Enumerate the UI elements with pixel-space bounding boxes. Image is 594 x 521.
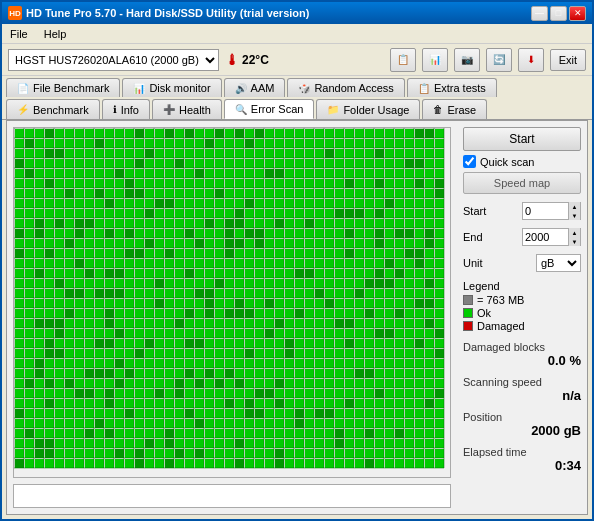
quick-scan-row: Quick scan bbox=[463, 155, 581, 168]
tabs-row-1: 📄 File Benchmark 📊 Disk monitor 🔊 AAM 🎲 … bbox=[2, 76, 592, 97]
tab-folder-usage[interactable]: 📁 Folder Usage bbox=[316, 99, 420, 119]
menu-file[interactable]: File bbox=[6, 27, 32, 41]
start-label: Start bbox=[463, 205, 493, 217]
disk-monitor-icon: 📊 bbox=[133, 83, 145, 94]
title-bar-buttons: — □ ✕ bbox=[531, 6, 586, 21]
grid-container bbox=[13, 127, 451, 478]
tab-benchmark[interactable]: ⚡ Benchmark bbox=[6, 99, 100, 119]
tab-aam[interactable]: 🔊 AAM bbox=[224, 78, 286, 97]
toolbar-btn-2[interactable]: 📊 bbox=[422, 48, 448, 72]
scanning-speed-label: Scanning speed bbox=[463, 376, 581, 388]
health-icon: ➕ bbox=[163, 104, 175, 115]
damaged-blocks-value: 0.0 % bbox=[463, 353, 581, 368]
toolbar: HGST HUS726020ALA610 (2000 gB) 🌡 22°C 📋 … bbox=[2, 44, 592, 76]
close-button[interactable]: ✕ bbox=[569, 6, 586, 21]
tab-erase[interactable]: 🗑 Erase bbox=[422, 99, 487, 119]
legend-item-size: = 763 MB bbox=[463, 294, 581, 306]
main-window: HD HD Tune Pro 5.70 - Hard Disk/SSD Util… bbox=[0, 0, 594, 521]
unit-field-row: Unit gB MB bbox=[463, 254, 581, 272]
maximize-button[interactable]: □ bbox=[550, 6, 567, 21]
quick-scan-checkbox[interactable] bbox=[463, 155, 476, 168]
end-field-row: End ▲ ▼ bbox=[463, 228, 581, 246]
start-spin-down[interactable]: ▼ bbox=[568, 211, 580, 220]
legend-box-green bbox=[463, 308, 473, 318]
legend-text-damaged: Damaged bbox=[477, 320, 525, 332]
start-spinners: ▲ ▼ bbox=[568, 202, 580, 220]
scan-area bbox=[7, 121, 457, 514]
drive-selector[interactable]: HGST HUS726020ALA610 (2000 gB) bbox=[8, 49, 219, 71]
elapsed-time-section: Elapsed time 0:34 bbox=[463, 446, 581, 473]
folder-usage-icon: 📁 bbox=[327, 104, 339, 115]
main-content: Start Quick scan Speed map Start ▲ ▼ bbox=[6, 120, 588, 515]
end-spinners: ▲ ▼ bbox=[568, 228, 580, 246]
erase-icon: 🗑 bbox=[433, 104, 443, 115]
legend-item-ok: Ok bbox=[463, 307, 581, 319]
damaged-blocks-section: Damaged blocks 0.0 % bbox=[463, 341, 581, 368]
scanning-speed-value: n/a bbox=[463, 388, 581, 403]
quick-scan-label: Quick scan bbox=[480, 156, 534, 168]
title-bar: HD HD Tune Pro 5.70 - Hard Disk/SSD Util… bbox=[2, 2, 592, 24]
legend-text-size: = 763 MB bbox=[477, 294, 524, 306]
minimize-button[interactable]: — bbox=[531, 6, 548, 21]
legend-text-ok: Ok bbox=[477, 307, 491, 319]
tab-file-benchmark[interactable]: 📄 File Benchmark bbox=[6, 78, 120, 97]
error-scan-icon: 🔍 bbox=[235, 104, 247, 115]
tab-info[interactable]: ℹ Info bbox=[102, 99, 150, 119]
legend-title: Legend bbox=[463, 280, 581, 292]
toolbar-btn-4[interactable]: 🔄 bbox=[486, 48, 512, 72]
start-spin-up[interactable]: ▲ bbox=[568, 202, 580, 211]
random-access-icon: 🎲 bbox=[298, 83, 310, 94]
tab-random-access[interactable]: 🎲 Random Access bbox=[287, 78, 404, 97]
aam-icon: 🔊 bbox=[235, 83, 247, 94]
toolbar-btn-3[interactable]: 📷 bbox=[454, 48, 480, 72]
status-bar bbox=[13, 484, 451, 508]
end-label: End bbox=[463, 231, 493, 243]
end-input[interactable] bbox=[523, 229, 568, 245]
tab-error-scan[interactable]: 🔍 Error Scan bbox=[224, 99, 315, 119]
menu-help[interactable]: Help bbox=[40, 27, 71, 41]
legend-box-red bbox=[463, 321, 473, 331]
tab-extra-tests[interactable]: 📋 Extra tests bbox=[407, 78, 497, 97]
position-label: Position bbox=[463, 411, 581, 423]
unit-selector[interactable]: gB MB bbox=[536, 254, 581, 272]
title-bar-left: HD HD Tune Pro 5.70 - Hard Disk/SSD Util… bbox=[8, 6, 309, 20]
toolbar-btn-5[interactable]: ⬇ bbox=[518, 48, 544, 72]
toolbar-btn-1[interactable]: 📋 bbox=[390, 48, 416, 72]
elapsed-time-label: Elapsed time bbox=[463, 446, 581, 458]
legend-section: Legend = 763 MB Ok Damaged bbox=[463, 280, 581, 333]
end-spin-up[interactable]: ▲ bbox=[568, 228, 580, 237]
info-icon: ℹ bbox=[113, 104, 117, 115]
legend-box-gray bbox=[463, 295, 473, 305]
position-value: 2000 gB bbox=[463, 423, 581, 438]
right-panel: Start Quick scan Speed map Start ▲ ▼ bbox=[457, 121, 587, 514]
speed-map-button[interactable]: Speed map bbox=[463, 172, 581, 194]
start-input[interactable] bbox=[523, 203, 568, 219]
start-field-row: Start ▲ ▼ bbox=[463, 202, 581, 220]
end-input-wrap: ▲ ▼ bbox=[522, 228, 581, 246]
menu-bar: File Help bbox=[2, 24, 592, 44]
end-spin-down[interactable]: ▼ bbox=[568, 237, 580, 246]
thermometer-icon: 🌡 bbox=[225, 52, 239, 68]
temperature-display: 🌡 22°C bbox=[225, 52, 269, 68]
start-button[interactable]: Start bbox=[463, 127, 581, 151]
position-section: Position 2000 gB bbox=[463, 411, 581, 438]
temperature-value: 22°C bbox=[242, 53, 269, 67]
scanning-speed-section: Scanning speed n/a bbox=[463, 376, 581, 403]
tab-disk-monitor[interactable]: 📊 Disk monitor bbox=[122, 78, 221, 97]
file-benchmark-icon: 📄 bbox=[17, 83, 29, 94]
legend-item-damaged: Damaged bbox=[463, 320, 581, 332]
extra-tests-icon: 📋 bbox=[418, 83, 430, 94]
elapsed-time-value: 0:34 bbox=[463, 458, 581, 473]
unit-label: Unit bbox=[463, 257, 493, 269]
benchmark-icon: ⚡ bbox=[17, 104, 29, 115]
start-input-wrap: ▲ ▼ bbox=[522, 202, 581, 220]
damaged-blocks-label: Damaged blocks bbox=[463, 341, 581, 353]
window-title: HD Tune Pro 5.70 - Hard Disk/SSD Utility… bbox=[26, 7, 309, 19]
tabs-row-2: ⚡ Benchmark ℹ Info ➕ Health 🔍 Error Scan… bbox=[2, 97, 592, 119]
tab-health[interactable]: ➕ Health bbox=[152, 99, 222, 119]
app-icon: HD bbox=[8, 6, 22, 20]
scan-grid bbox=[14, 128, 450, 477]
exit-button[interactable]: Exit bbox=[550, 49, 586, 71]
